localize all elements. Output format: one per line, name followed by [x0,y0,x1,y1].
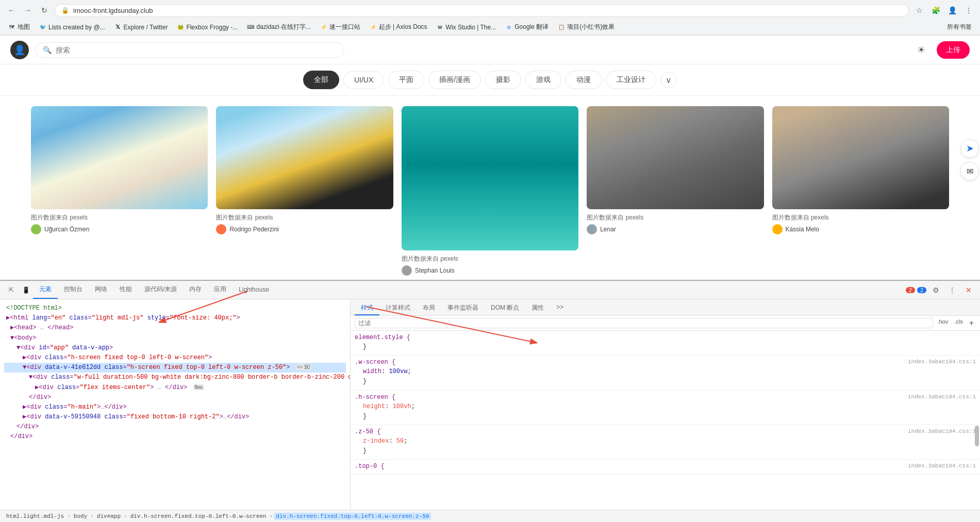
dom-line-app[interactable]: ▼<div id="app" data-v-app> [4,343,346,353]
side-message-button[interactable]: ✉ [960,162,979,180]
theme-toggle-button[interactable]: ☀ [912,41,931,59]
nav-more-button[interactable]: ∨ [660,72,677,88]
back-button[interactable]: ← [4,3,19,18]
site-area: 👤 🔍 ☀ 上传 全部 UI/UX [0,36,980,282]
tab-anime[interactable]: 动漫 [566,71,602,89]
dom-line-html[interactable]: ▶<html lang="en" class="light mdl-js" st… [4,313,346,323]
devtools-inspect-button[interactable]: ⇱ [4,283,19,297]
breadcrumb-hscreen-w-screen[interactable]: div.h-screen.fixed.top-0.left-0.w-screen [128,513,269,520]
bookmark-wix[interactable]: W Wix Studio | The... [433,23,501,32]
styles-tab-layout[interactable]: 布局 [417,301,441,315]
devtools-settings-button[interactable]: ⚙ [928,283,943,297]
styles-layout-label: 布局 [423,304,435,311]
browser-nav-buttons: ← → ↻ [4,3,52,18]
bookmark-axios[interactable]: ⚡ 起步 | Axios Docs [366,22,431,32]
bookmarks-all[interactable]: 所有书签 [943,22,976,32]
devtools-tab-console[interactable]: 控制台 [58,281,89,299]
image-card-3[interactable]: 图片数据来自 pexels Stephan Louis [402,106,578,276]
devtools-tab-sources[interactable]: 源代码/来源 [138,281,183,299]
image-card-2[interactable]: 图片数据来自 pexels Rodrigo Pederzini [216,106,393,276]
style-brace-wscreen: } [355,377,976,386]
tab-game[interactable]: 游戏 [525,71,561,89]
breadcrumb-html[interactable]: html.light.mdl-js [4,513,66,520]
bookmark-label: Flexbox Froggy -... [186,24,238,31]
image-card-5[interactable]: 图片数据来自 pexels Kássia Melo [772,106,949,276]
bookmark-project[interactable]: 📋 项目(小红书)效果 [554,22,619,32]
image-card-4[interactable]: 图片数据来自 pexels Lenar [587,106,763,276]
image-source-2: 图片数据来自 pexels [216,213,393,222]
more-icon[interactable]: ⋮ [961,3,976,18]
dom-line-body[interactable]: ▼<body> [4,333,346,343]
dom-line-close-div3[interactable]: </div> [4,432,346,442]
styles-tab-event-listeners[interactable]: 事件监听器 [441,301,485,315]
star-icon[interactable]: ☆ [912,3,926,18]
devtools-device-button[interactable]: 📱 [19,283,33,297]
search-bar[interactable]: 🔍 [35,42,344,58]
wix-icon: W [437,24,444,31]
devtools-tab-memory[interactable]: 内存 [183,281,208,299]
extension-icon[interactable]: 🧩 [928,3,943,18]
tab-ui-ux[interactable]: UI/UX [343,71,384,89]
styles-tab-dom-breakpoints[interactable]: DOM 断点 [485,301,525,315]
dom-line-flex[interactable]: ▶<div class="flex items-center"> … </div… [4,383,346,393]
styles-filter-input[interactable] [355,318,933,328]
tab-flat[interactable]: 平面 [388,71,424,89]
side-arrow-button[interactable]: ➤ [960,139,979,158]
devtools-tab-lighthouse[interactable]: Lighthouse [232,282,275,298]
user-avatar[interactable]: 👤 [10,41,29,59]
breadcrumb-hscreen-z50[interactable]: div.h-screen.fixed.top-0.left-0.w-screen… [274,513,431,520]
styles-cls-button[interactable]: .cls [952,318,965,328]
breadcrumb-divapp[interactable]: div#app [95,513,123,520]
reload-button[interactable]: ↻ [37,3,52,18]
tab-illustration[interactable]: 插画/漫画 [428,71,481,89]
devtools-tab-application[interactable]: 应用 [208,281,232,299]
styles-scrollbar[interactable] [975,426,979,446]
security-icon: 🔒 [61,7,69,14]
bookmark-twitter-lists[interactable]: 🐦 Lists created by @... [35,23,109,32]
styles-tab-computed[interactable]: 计算样式 [379,301,417,315]
right-side-buttons: ➤ ✉ [960,139,979,180]
forward-button[interactable]: → [21,3,35,18]
bookmark-maps[interactable]: 🗺 地图 [4,22,34,32]
dom-line-hscreen1[interactable]: ▶<div class="h-screen fixed top-0 left-0… [4,353,346,363]
devtools-tab-network[interactable]: 网络 [89,281,113,299]
bookmark-dazidazi[interactable]: ⌨ dazidazi·在线打字... [243,22,314,32]
dom-line-doctype[interactable]: <!DOCTYPE html> [4,304,346,313]
dom-line-close-div1[interactable]: </div> [4,393,346,402]
devtools-close-button[interactable]: ✕ [961,283,976,297]
styles-hov-button[interactable]: .hov [935,318,950,328]
bookmark-flexbox-froggy[interactable]: 🐸 Flexbox Froggy -... [173,23,242,32]
devtools-tab-elements[interactable]: 元素 [33,281,58,299]
devtools-more-button[interactable]: ⋮ [945,283,959,297]
bookmark-api-site[interactable]: ⚡ 速一接口站 [316,22,364,32]
profile-icon[interactable]: 👤 [945,3,959,18]
bookmark-explore-twitter[interactable]: 𝕏 Explore / Twitter [110,23,172,32]
bookmark-google-translate[interactable]: G Google 翻译 [501,22,553,32]
styles-tab-more[interactable]: >> [550,301,570,315]
styles-tab-styles[interactable]: 样式 [355,301,379,315]
dom-panel[interactable]: <!DOCTYPE html> ▶<html lang="en" class="… [0,299,351,510]
devtools-tab-performance[interactable]: 性能 [113,281,138,299]
flex-badge: flex [193,384,205,390]
image-card-1[interactable]: 图片数据来自 pexels Uğurcan Özmen [31,106,208,276]
dom-line-fixed-bottom[interactable]: ▶<div data-v-59150948 class="fixed botto… [4,412,346,422]
tab-all[interactable]: 全部 [303,71,339,89]
twitter-x-icon: 𝕏 [114,24,122,31]
dom-line-wfull[interactable]: ▼<div class="w-full duration-500 bg-whit… [4,373,346,382]
breadcrumb-body[interactable]: body [72,513,89,520]
dom-line-head[interactable]: ▶<head> … </head> [4,323,346,333]
upload-button[interactable]: 上传 [937,41,970,59]
tab-ui-ux-label: UI/UX [354,76,373,84]
styles-tab-properties[interactable]: 属性 [525,301,550,315]
dom-line-hmain[interactable]: ▶<div class="h-main">…</div> [4,402,346,412]
tab-industrial[interactable]: 工业设计 [606,71,656,89]
search-input[interactable] [56,46,337,54]
url-bar-container[interactable]: 🔒 [55,4,909,17]
author-name-4: Lenar [600,226,616,233]
url-input[interactable] [73,7,902,14]
styles-add-button[interactable]: + [967,318,976,328]
dom-line-close-div2[interactable]: </div> [4,422,346,432]
dom-line-hscreen2[interactable]: ▼<div data-v-41e612dd class="h-screen fi… [4,363,346,373]
image-thumbnail-3 [402,106,578,250]
tab-photo[interactable]: 摄影 [485,71,521,89]
